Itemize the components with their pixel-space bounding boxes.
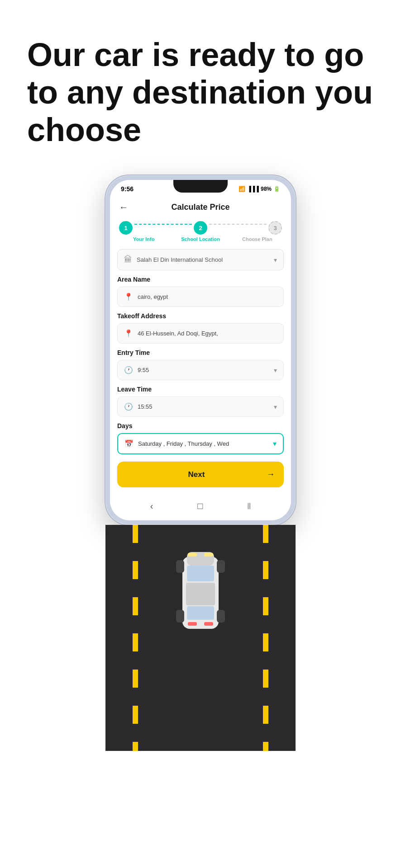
page-title: Calculate Price	[171, 203, 229, 212]
clock-icon-leave: 🕐	[124, 402, 133, 411]
school-name: Salah El Din International School	[137, 256, 223, 263]
car-illustration	[173, 543, 228, 633]
step-label-2: School Location	[172, 236, 229, 242]
phone-frame: 9:56 📶 ▐▐▐ 98% 🔋 ← Calculate Price	[105, 175, 296, 525]
step-circle-1: 1	[119, 221, 133, 235]
leave-time-chevron-icon: ▾	[274, 403, 277, 410]
form-section: Area Name 📍 cairo, egypt Takeoff Address…	[110, 276, 291, 487]
days-label: Days	[117, 422, 284, 429]
entry-time-chevron-icon: ▾	[274, 367, 277, 374]
leave-time-value: 15:55	[138, 403, 153, 410]
takeoff-address-label: Takeoff Address	[117, 312, 284, 320]
svg-rect-8	[217, 610, 225, 623]
svg-rect-11	[188, 622, 197, 626]
svg-rect-3	[186, 583, 215, 605]
entry-time-left: 🕐 9:55	[124, 366, 149, 374]
back-button[interactable]: ←	[119, 202, 128, 212]
step-circle-3: 3	[268, 221, 282, 235]
next-button-label: Next	[126, 470, 267, 479]
calendar-icon: 📅	[124, 439, 134, 448]
status-time: 9:56	[121, 185, 134, 193]
svg-rect-6	[217, 560, 225, 573]
battery-icon: 🔋	[273, 186, 280, 192]
hero-section: Our car is ready to go to any destinatio…	[0, 0, 401, 166]
signal-icon: ▐▐▐	[247, 186, 259, 192]
step-labels: Your Info School Location Choose Plan	[110, 235, 291, 247]
school-chevron-icon: ▾	[274, 256, 277, 264]
area-name-label: Area Name	[117, 276, 284, 283]
road-section	[105, 525, 296, 751]
step-circle-2: 2	[194, 221, 207, 235]
location-icon-area: 📍	[124, 292, 133, 301]
entry-time-input[interactable]: 🕐 9:55 ▾	[117, 360, 284, 380]
step-label-1: Your Info	[115, 236, 172, 242]
entry-time-label: Entry Time	[117, 349, 284, 356]
next-arrow-icon: →	[267, 470, 275, 479]
leave-time-input[interactable]: 🕐 15:55 ▾	[117, 396, 284, 417]
days-dropdown-left: 📅 Saturday , Friday , Thursday , Wed	[124, 439, 229, 448]
phone-notch	[173, 180, 228, 193]
svg-rect-10	[204, 553, 213, 557]
step-label-3: Choose Plan	[229, 236, 286, 242]
clock-icon-entry: 🕐	[124, 366, 133, 374]
days-dropdown[interactable]: 📅 Saturday , Friday , Thursday , Wed ▾	[117, 433, 284, 454]
days-chevron-icon: ▾	[273, 439, 277, 448]
step-1: 1	[119, 221, 133, 235]
leave-time-label: Leave Time	[117, 386, 284, 393]
bottom-navigation: ‹ □ ⦀	[110, 495, 291, 520]
phone-wrapper: 9:56 📶 ▐▐▐ 98% 🔋 ← Calculate Price	[105, 175, 296, 751]
status-icons: 📶 ▐▐▐ 98% 🔋	[239, 186, 280, 192]
area-name-value: cairo, egypt	[138, 293, 168, 300]
area-name-input[interactable]: 📍 cairo, egypt	[117, 287, 284, 307]
step-3: 3	[268, 221, 282, 235]
nav-menu-button[interactable]: ⦀	[247, 501, 251, 511]
school-dropdown[interactable]: 🏛 Salah El Din International School ▾	[117, 249, 284, 270]
svg-rect-2	[187, 566, 214, 581]
school-icon: 🏛	[124, 255, 132, 264]
battery-level: 98%	[261, 186, 272, 192]
svg-rect-12	[204, 622, 213, 626]
school-dropdown-left: 🏛 Salah El Din International School	[124, 255, 223, 264]
svg-rect-5	[176, 560, 184, 573]
phone-mockup-container: 9:56 📶 ▐▐▐ 98% 🔋 ← Calculate Price	[0, 175, 401, 751]
svg-rect-4	[187, 606, 214, 620]
svg-rect-7	[176, 610, 184, 623]
svg-rect-9	[188, 553, 197, 557]
app-header: ← Calculate Price	[110, 195, 291, 217]
entry-time-value: 9:55	[138, 367, 149, 373]
leave-time-left: 🕐 15:55	[124, 402, 153, 411]
takeoff-address-value: 46 El-Hussein, Ad Doqi, Egypt,	[138, 330, 218, 337]
nav-home-button[interactable]: □	[197, 501, 203, 511]
car-svg	[173, 543, 228, 642]
step-connector-2	[209, 224, 267, 225]
phone-inner: 9:56 📶 ▐▐▐ 98% 🔋 ← Calculate Price	[110, 180, 291, 520]
nav-back-button[interactable]: ‹	[150, 501, 153, 511]
step-connector-1	[134, 224, 192, 225]
takeoff-address-input[interactable]: 📍 46 El-Hussein, Ad Doqi, Egypt,	[117, 323, 284, 344]
wifi-icon: 📶	[239, 186, 245, 192]
days-value: Saturday , Friday , Thursday , Wed	[138, 440, 229, 447]
hero-title: Our car is ready to go to any destinatio…	[27, 36, 374, 148]
next-button[interactable]: Next →	[117, 462, 284, 487]
step-2: 2	[194, 221, 207, 235]
step-indicator: 1 2 3	[110, 217, 291, 235]
location-icon-takeoff: 📍	[124, 329, 133, 338]
